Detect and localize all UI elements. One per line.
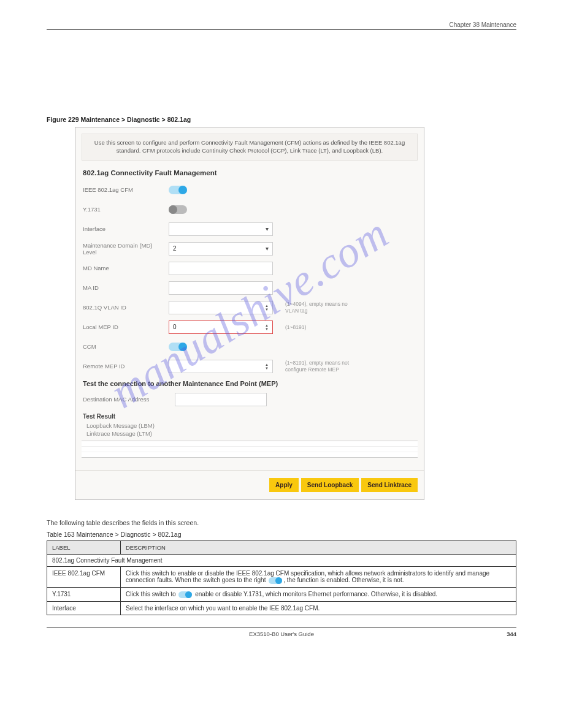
cell-label: Interface	[47, 602, 121, 615]
input-local-mep[interactable]: 0▲▼	[169, 320, 273, 334]
section-heading-cfm: 802.1ag Connectivity Fault Management	[83, 169, 424, 176]
label-remote-mep: Remote MEP ID	[83, 363, 169, 370]
toggle-ieee-cfm[interactable]	[169, 186, 187, 194]
toggle-y1731[interactable]	[169, 205, 187, 214]
hint-remote-mep: (1~8191), empty means not configure Remo…	[285, 360, 353, 372]
section-heading-test: Test the connection to another Maintenan…	[83, 380, 424, 387]
lbm-label: Loopback Message (LBM)	[86, 422, 424, 429]
select-interface[interactable]	[169, 222, 273, 236]
table-row: IEEE 802.1ag CFM Click this switch to en…	[47, 567, 516, 588]
info-box: Use this screen to configure and perform…	[82, 134, 418, 161]
cell-desc: Select the interface on which you want t…	[121, 602, 516, 615]
result-table	[82, 441, 418, 458]
figure-caption: Figure 229 Maintenance > Diagnostic > 80…	[47, 116, 516, 123]
label-dest-mac: Destination MAC Address	[83, 396, 175, 403]
input-ma-id[interactable]	[169, 281, 273, 295]
label-y1731: Y.1731	[83, 206, 169, 213]
intro-paragraph: The following table describes the fields…	[47, 518, 516, 528]
label-md-level: Maintenance Domain (MD) Level	[83, 242, 169, 256]
table-row: Y.1731 Click this switch to enable or di…	[47, 588, 516, 602]
cell-desc: Click this switch to enable or disable t…	[121, 567, 516, 588]
send-linktrace-button[interactable]: Send Linktrace	[361, 478, 418, 492]
input-vlan-id[interactable]: ▲▼	[169, 301, 273, 314]
toggle-ccm[interactable]	[169, 343, 187, 351]
label-vlan-id: 802.1Q VLAN ID	[83, 304, 169, 311]
th-label: LABEL	[47, 541, 121, 555]
input-remote-mep[interactable]: ▲▼	[169, 360, 273, 373]
toggle-icon	[178, 591, 192, 598]
label-local-mep: Local MEP ID	[83, 324, 169, 330]
label-ma-id: MA ID	[83, 284, 169, 291]
table-row: Interface Select the interface on which …	[47, 602, 516, 615]
test-result-heading: Test Result	[83, 413, 424, 420]
apply-button[interactable]: Apply	[269, 478, 299, 492]
input-dest-mac[interactable]	[175, 393, 267, 406]
th-description: DESCRIPTION	[121, 541, 516, 555]
label-interface: Interface	[83, 226, 169, 232]
table-caption: Table 163 Maintenance > Diagnostic > 802…	[47, 531, 516, 538]
screenshot-panel: Use this screen to configure and perform…	[75, 127, 424, 500]
table-section: 802.1ag Connectivity Fault Management	[47, 555, 516, 567]
cell-label: IEEE 802.1ag CFM	[47, 567, 121, 588]
cell-desc: Click this switch to enable or disable Y…	[121, 588, 516, 602]
cell-label: Y.1731	[47, 588, 121, 602]
hint-local-mep: (1~8191)	[285, 324, 306, 330]
input-md-name[interactable]	[169, 262, 273, 275]
toggle-icon	[269, 577, 282, 584]
chapter-title: Chapter 38 Maintenance	[445, 21, 516, 28]
ltm-label: Linktrace Message (LTM)	[86, 430, 424, 437]
label-ccm: CCM	[83, 343, 169, 350]
hint-vlan-id: (1~4094), empty means no VLAN tag	[285, 301, 353, 313]
select-md-level[interactable]: 2	[169, 242, 273, 256]
label-md-name: MD Name	[83, 265, 169, 271]
footer-title: EX3510-B0 User's Guide	[249, 631, 314, 637]
page-number: 344	[507, 631, 516, 637]
label-ieee-cfm: IEEE 802.1ag CFM	[83, 186, 169, 193]
send-loopback-button[interactable]: Send Loopback	[301, 478, 359, 492]
description-table: LABEL DESCRIPTION 802.1ag Connectivity F…	[47, 540, 516, 615]
